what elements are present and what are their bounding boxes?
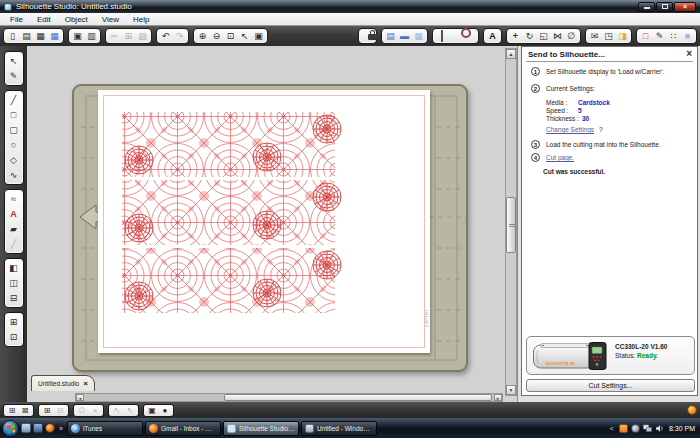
trace-icon[interactable]: ◨ bbox=[616, 30, 629, 43]
duplicate-mirror-icon[interactable]: ⊟ bbox=[54, 405, 66, 416]
weld-tool-icon[interactable]: ⊟ bbox=[6, 291, 21, 305]
text-tool-icon[interactable]: A bbox=[6, 207, 21, 221]
pan-icon[interactable]: ↖ bbox=[238, 30, 251, 43]
tab-close-icon[interactable]: × bbox=[83, 380, 88, 388]
zoom-out-icon[interactable]: ⊖ bbox=[210, 30, 223, 43]
duplicate-icon[interactable]: ⊞ bbox=[41, 405, 53, 416]
tray-expand-chevron[interactable]: < bbox=[608, 425, 616, 432]
document-tab[interactable]: Untitled.studio × bbox=[31, 375, 95, 391]
clear-icon[interactable]: ∅ bbox=[76, 405, 88, 416]
open-icon[interactable]: ▤ bbox=[20, 30, 33, 43]
record-icon[interactable]: ● bbox=[159, 405, 171, 416]
eraser-tool-icon[interactable]: ▰ bbox=[6, 222, 21, 236]
cursor-mode-icon[interactable]: ↖ bbox=[111, 405, 123, 416]
shadow-tool-icon[interactable]: ◫ bbox=[6, 276, 21, 290]
lock-icon[interactable] bbox=[361, 30, 374, 43]
deselect-all-icon[interactable]: ⊠ bbox=[19, 405, 31, 416]
zoom-in-icon[interactable]: ⊕ bbox=[196, 30, 209, 43]
cut-page-link[interactable]: Cut page. bbox=[546, 154, 574, 161]
volume-icon[interactable] bbox=[655, 424, 664, 433]
cut-icon[interactable]: ✂ bbox=[108, 30, 121, 43]
select-all-icon[interactable]: ⊞ bbox=[6, 405, 18, 416]
save-icon[interactable]: ▦ bbox=[34, 30, 47, 43]
modify-icon[interactable]: ∅ bbox=[565, 30, 578, 43]
menu-view[interactable]: View bbox=[95, 13, 126, 25]
offset-tool-icon[interactable]: ◧ bbox=[6, 261, 21, 275]
rounded-rectangle-tool-icon[interactable]: ▢ bbox=[6, 123, 21, 137]
scroll-up-icon[interactable]: ▲ bbox=[506, 49, 516, 59]
save-as-icon[interactable]: ▦ bbox=[48, 30, 61, 43]
cursor-alt-icon[interactable]: ↖ bbox=[124, 405, 136, 416]
fill-page-icon[interactable]: ■ bbox=[681, 30, 694, 43]
quick-launch-switcher-icon[interactable] bbox=[33, 423, 43, 433]
print-setup-icon[interactable]: ▥ bbox=[85, 30, 98, 43]
align-icon[interactable]: + bbox=[509, 30, 522, 43]
page-settings-icon[interactable]: ▤ bbox=[384, 30, 397, 43]
new-document-icon[interactable]: ▯ bbox=[6, 30, 19, 43]
snapshot-icon[interactable]: ▣ bbox=[146, 405, 158, 416]
menu-help[interactable]: Help bbox=[126, 13, 156, 25]
tray-app-icon[interactable] bbox=[619, 424, 628, 433]
horizontal-scrollbar[interactable]: ◄ ► bbox=[75, 393, 503, 402]
close-button[interactable]: × bbox=[674, 2, 696, 12]
scroll-left-icon[interactable]: ◄ bbox=[76, 394, 84, 401]
line-color-icon[interactable] bbox=[463, 30, 476, 43]
curve-tool-icon[interactable]: ∿ bbox=[6, 168, 21, 182]
freehand-tool-icon[interactable]: ≈ bbox=[6, 192, 21, 206]
send-to-silhouette-icon[interactable]: ◳ bbox=[602, 30, 615, 43]
library-icon[interactable]: ✉ bbox=[588, 30, 601, 43]
horizontal-scroll-thumb[interactable] bbox=[224, 394, 492, 401]
menu-object[interactable]: Object bbox=[58, 13, 95, 25]
start-button[interactable] bbox=[2, 420, 19, 437]
line-tool-icon[interactable]: ╱ bbox=[6, 93, 21, 107]
layers-tool-icon[interactable]: ⊡ bbox=[6, 330, 21, 344]
menu-file[interactable]: File bbox=[3, 13, 30, 25]
network-icon[interactable] bbox=[643, 424, 652, 433]
scroll-down-icon[interactable]: ▼ bbox=[506, 385, 516, 395]
edit-points-tool-icon[interactable]: ✎ bbox=[6, 69, 21, 83]
quick-launch-desktop-icon[interactable] bbox=[21, 423, 31, 433]
canvas-area[interactable]: Letter Untitled.studio × ◄ ► bbox=[27, 46, 505, 402]
select-tool-icon[interactable]: ↖ bbox=[6, 54, 21, 68]
change-settings-link[interactable]: Change Settings bbox=[546, 126, 594, 133]
maximize-button[interactable] bbox=[656, 2, 673, 12]
pages-tool-icon[interactable]: ⊞ bbox=[6, 315, 21, 329]
sketch-pen-icon[interactable]: ✎ bbox=[653, 30, 666, 43]
polygon-tool-icon[interactable]: ◇ bbox=[6, 153, 21, 167]
panel-close-icon[interactable]: × bbox=[686, 48, 692, 59]
taskbar-button-itunes[interactable]: ♪ iTunes bbox=[67, 421, 143, 436]
mirror-icon[interactable]: ⋈ bbox=[551, 30, 564, 43]
text-options-icon[interactable]: A bbox=[486, 30, 499, 43]
taskbar-button-gmail[interactable]: Gmail - Inbox - mon... bbox=[145, 421, 221, 436]
taskbar-clock[interactable]: 8:30 PM bbox=[667, 425, 695, 432]
redo-icon[interactable]: ↷ bbox=[173, 30, 186, 43]
document-page[interactable]: Letter bbox=[98, 90, 430, 353]
undo-icon[interactable]: ↶ bbox=[159, 30, 172, 43]
taskbar-button-silhouette-studio[interactable]: Silhouette Studio: U... bbox=[223, 421, 299, 436]
grid-settings-icon[interactable]: ▦ bbox=[412, 30, 425, 43]
paste-icon[interactable]: ▨ bbox=[136, 30, 149, 43]
vertical-scrollbar[interactable]: ▲ ▼ bbox=[505, 48, 517, 396]
registration-marks-icon[interactable]: □ bbox=[639, 30, 652, 43]
ellipse-tool-icon[interactable]: ○ bbox=[6, 138, 21, 152]
fit-page-icon[interactable]: ▣ bbox=[252, 30, 265, 43]
copy-icon[interactable]: ⊞ bbox=[122, 30, 135, 43]
taskbar-button-untitled[interactable]: Untitled - Windows ... bbox=[301, 421, 377, 436]
tray-status-icon[interactable] bbox=[631, 424, 640, 433]
print-icon[interactable]: ▣ bbox=[71, 30, 84, 43]
rectangle-tool-icon[interactable]: □ bbox=[6, 108, 21, 122]
scroll-right-icon[interactable]: ► bbox=[494, 394, 502, 401]
quick-launch-firefox-icon[interactable] bbox=[45, 423, 55, 433]
cut-settings-button[interactable]: Cut Settings... bbox=[526, 379, 695, 392]
delete-icon[interactable]: × bbox=[89, 405, 101, 416]
quick-launch-overflow-chevron[interactable]: » bbox=[57, 425, 65, 432]
cut-area-icon[interactable]: ▬ bbox=[398, 30, 411, 43]
menu-edit[interactable]: Edit bbox=[30, 13, 58, 25]
fill-color-icon[interactable] bbox=[435, 30, 448, 43]
vertical-scroll-thumb[interactable] bbox=[506, 197, 516, 253]
minimize-button[interactable] bbox=[638, 2, 655, 12]
scale-icon[interactable]: ◱ bbox=[537, 30, 550, 43]
select-points-icon[interactable]: ∷ bbox=[667, 30, 680, 43]
zoom-selection-icon[interactable]: ⊡ bbox=[224, 30, 237, 43]
rotate-icon[interactable]: ↻ bbox=[523, 30, 536, 43]
